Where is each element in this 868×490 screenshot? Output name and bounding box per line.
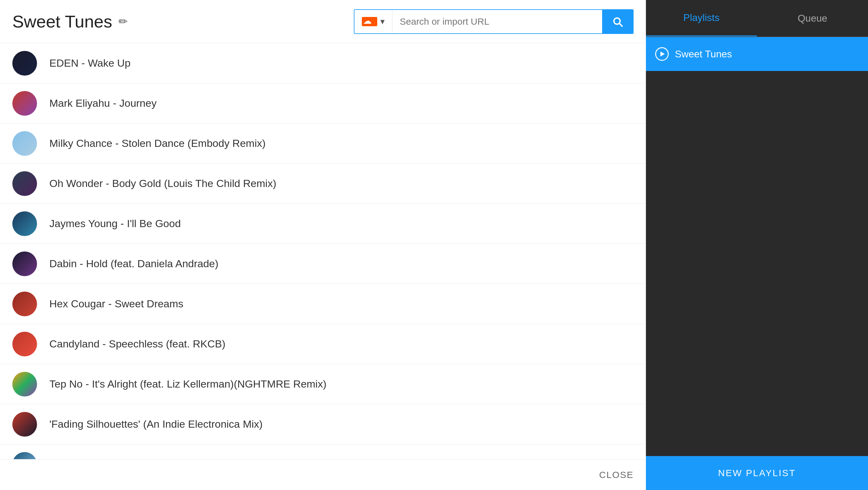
header-left: Sweet Tunes ✏ — [12, 11, 128, 31]
search-container: ▾ — [354, 9, 633, 34]
track-item[interactable]: Milky Chance - Stolen Dance (Embody Remi… — [0, 123, 646, 163]
track-avatar — [12, 171, 37, 196]
track-title: Jaymes Young - I'll Be Good — [49, 218, 181, 229]
header: Sweet Tunes ✏ ▾ — [0, 0, 646, 43]
track-item[interactable]: 'Fading Silhouettes' (An Indie Electroni… — [0, 404, 646, 444]
track-title: Mark Eliyahu - Journey — [49, 97, 157, 109]
track-item[interactable]: Dabin - Hold (feat. Daniela Andrade) — [0, 244, 646, 284]
search-icon — [611, 16, 624, 28]
edit-icon[interactable]: ✏ — [119, 15, 128, 28]
footer: CLOSE — [0, 459, 646, 490]
track-title: Oh Wonder - Body Gold (Louis The Child R… — [49, 177, 276, 189]
track-avatar — [12, 292, 37, 316]
track-title: Milky Chance - Stolen Dance (Embody Remi… — [49, 137, 266, 149]
search-source-dropdown[interactable]: ▾ — [354, 10, 392, 33]
close-button[interactable]: CLOSE — [599, 470, 633, 480]
track-title: Hex Cougar - Sweet Dreams — [49, 298, 184, 310]
page-title: Sweet Tunes — [12, 11, 112, 31]
track-avatar — [12, 211, 37, 236]
playlist-item-sweet-tunes[interactable]: Sweet Tunes — [646, 37, 868, 71]
tab-queue[interactable]: Queue — [757, 0, 868, 36]
track-avatar — [12, 332, 37, 357]
track-item[interactable]: Mark Eliyahu - Journey — [0, 83, 646, 123]
soundcloud-icon — [362, 17, 377, 26]
search-button[interactable] — [602, 10, 633, 33]
track-title: Tep No - It's Alright (feat. Liz Kellerm… — [49, 378, 327, 390]
track-list: EDEN - Wake UpMark Eliyahu - JourneyMilk… — [0, 43, 646, 459]
track-title: Dabin - Hold (feat. Daniela Andrade) — [49, 258, 218, 270]
search-input[interactable] — [392, 10, 602, 33]
track-avatar — [12, 412, 37, 437]
tab-playlists[interactable]: Playlists — [646, 0, 757, 36]
track-item[interactable]: Sam Sure - Hunger — [0, 444, 646, 459]
new-playlist-button[interactable]: NEW PLAYLIST — [646, 456, 868, 490]
track-item[interactable]: Candyland - Speechless (feat. RKCB) — [0, 324, 646, 364]
track-title: Candyland - Speechless (feat. RKCB) — [49, 338, 225, 350]
playlist-item-label: Sweet Tunes — [675, 49, 732, 60]
track-title: 'Fading Silhouettes' (An Indie Electroni… — [49, 418, 262, 430]
track-avatar — [12, 452, 37, 459]
track-avatar — [12, 51, 37, 75]
main-content: Sweet Tunes ✏ ▾ EDEN - Wake UpMark Eliya… — [0, 0, 646, 490]
track-avatar — [12, 251, 37, 276]
track-avatar — [12, 91, 37, 116]
track-item[interactable]: Jaymes Young - I'll Be Good — [0, 204, 646, 244]
track-item[interactable]: EDEN - Wake Up — [0, 43, 646, 83]
sidebar-content — [646, 71, 868, 456]
track-item[interactable]: Oh Wonder - Body Gold (Louis The Child R… — [0, 163, 646, 204]
track-title: EDEN - Wake Up — [49, 57, 130, 69]
track-avatar — [12, 131, 37, 156]
chevron-down-icon: ▾ — [380, 17, 385, 27]
sidebar: Playlists Queue Sweet Tunes NEW PLAYLIST — [646, 0, 868, 490]
track-item[interactable]: Tep No - It's Alright (feat. Liz Kellerm… — [0, 364, 646, 404]
track-avatar — [12, 372, 37, 397]
sidebar-tabs: Playlists Queue — [646, 0, 868, 37]
playlist-play-icon — [655, 47, 669, 61]
track-item[interactable]: Hex Cougar - Sweet Dreams — [0, 284, 646, 324]
